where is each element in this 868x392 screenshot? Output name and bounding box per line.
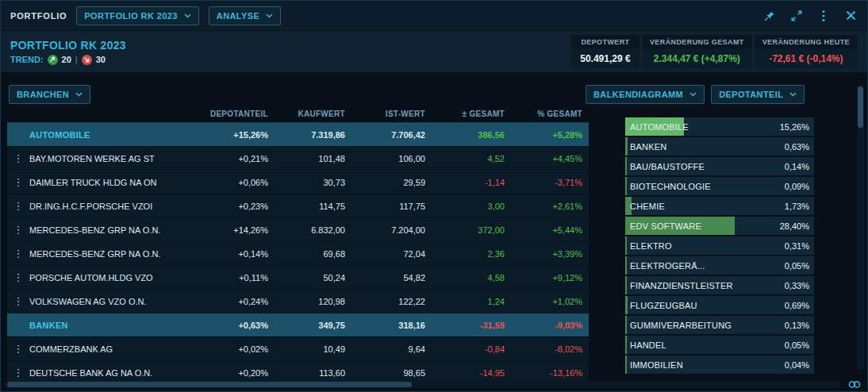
table-row[interactable]: ⋮ COMMERZBANK AG +0,02% 10,49 9,64 -0,84… — [7, 337, 589, 361]
chart-bar-row[interactable]: BANKEN 0,63% — [625, 137, 814, 156]
vertical-scrollbar-thumb[interactable] — [858, 86, 863, 128]
chart-bar-value: 0,04% — [785, 355, 809, 374]
close-icon[interactable] — [843, 9, 858, 23]
chart-bar-row[interactable]: ELEKTROGERÄ... 0,05% — [625, 256, 814, 275]
depotanteil-value: +0,24% — [198, 297, 275, 306]
portfolio-select[interactable]: PORTFOLIO RK 2023 — [76, 6, 198, 25]
chart-bar-value: 0,33% — [785, 276, 809, 294]
kaufwert-value: 114,75 — [275, 202, 351, 211]
table-row[interactable]: ⋮ DR.ING.H.C.F.PORSCHE VZOI +0,23% 114,7… — [7, 194, 589, 218]
depotanteil-value: +0,20% — [198, 368, 275, 378]
pin-icon[interactable] — [762, 9, 777, 23]
chart-metric-value: DEPOTANTEIL — [719, 90, 783, 99]
chart-bar-row[interactable]: BIOTECHNOLOGIE 0,09% — [625, 177, 814, 195]
window-controls — [762, 9, 858, 23]
row-menu-icon[interactable]: ⋮ — [7, 343, 29, 355]
row-menu-icon[interactable]: ⋮ — [7, 200, 29, 212]
row-menu-icon[interactable]: ⋮ — [7, 295, 29, 307]
chart-bar-label: AUTOMOBILE — [630, 117, 689, 136]
chevron-down-icon — [789, 92, 797, 97]
chart-bar-row[interactable]: EDV SOFTWARE 28,40% — [625, 217, 814, 235]
portfolio-header: PORTFOLIO RK 2023 TREND: 20 | 30 DEPOTWE… — [1, 31, 867, 72]
pct-gesamt-value: +4,45% — [511, 154, 589, 163]
ist-wert-value: 98,65 — [351, 368, 432, 378]
chart-bar-label: ELEKTRO — [630, 236, 672, 255]
bar — [625, 296, 628, 314]
depotanteil-value: +0,11% — [198, 273, 275, 282]
chart-type-value: BALKENDIAGRAMM — [593, 90, 683, 99]
chart-bar-row[interactable]: CHEMIE 1,73% — [625, 197, 814, 215]
chart-bar-label: BAU/BAUSTOFFE — [630, 157, 705, 175]
chevron-down-icon — [689, 92, 697, 97]
col-depotanteil[interactable]: DEPOTANTEIL — [198, 110, 275, 118]
chart-bar-row[interactable]: AUTOMOBILE 15,26% — [625, 117, 814, 136]
col-pct-gesamt[interactable]: % GESAMT — [511, 110, 589, 118]
chart-bar-value: 0,69% — [785, 296, 809, 314]
bar — [625, 157, 627, 175]
trend-up-count: 20 — [62, 55, 71, 64]
chart-bar-row[interactable]: FINANZDIENSTLEISTER 0,33% — [625, 276, 814, 294]
stat-label: DEPOTWERT — [571, 35, 639, 49]
table-row[interactable]: ⋮ PORSCHE AUTOM.HLDG VZO +0,11% 50,24 54… — [7, 266, 589, 290]
chevron-down-icon — [184, 13, 191, 18]
chart-bar-row[interactable]: FLUGZEUGBAU 0,69% — [625, 296, 814, 314]
pct-gesamt-value: -3,71% — [511, 178, 589, 187]
table-row[interactable]: ⋮ VOLKSWAGEN AG VZO O.N. +0,24% 120,98 1… — [7, 290, 589, 313]
row-menu-icon[interactable]: ⋮ — [7, 224, 29, 236]
chart-bar-row[interactable]: IMMOBILIEN 0,04% — [625, 355, 814, 374]
chart-bar-row[interactable]: BAU/BAUSTOFFE 0,14% — [625, 157, 814, 175]
chart-type-select[interactable]: BALKENDIAGRAMM — [586, 85, 705, 104]
table-body: AUTOMOBILE +15,26% 7.319,86 7.706,42 386… — [7, 123, 589, 385]
pct-gesamt-value: +5,28% — [511, 130, 589, 140]
position-name: DR.ING.H.C.F.PORSCHE VZOI — [29, 202, 198, 211]
gesamt-value: 4,58 — [432, 273, 511, 282]
analyse-select[interactable]: ANALYSE — [209, 6, 281, 25]
chart-metric-select[interactable]: DEPOTANTEIL — [711, 85, 805, 104]
chevron-down-icon — [75, 92, 83, 97]
chart-bar-value: 0,31% — [785, 236, 809, 255]
gesamt-value: 372,00 — [432, 225, 511, 235]
link-icon[interactable] — [848, 379, 861, 390]
table-row[interactable]: ⋮ BAY.MOTOREN WERKE AG ST +0,21% 101,48 … — [7, 147, 589, 171]
gesamt-value: 1,24 — [432, 297, 511, 306]
main-content: BRANCHEN DEPOTANTEIL KAUFWERT IST-WERT ±… — [1, 72, 867, 391]
row-menu-icon[interactable]: ⋮ — [7, 271, 29, 283]
gesamt-value: 3,00 — [432, 202, 511, 211]
branchen-select[interactable]: BRANCHEN — [9, 85, 90, 104]
sector-group-row[interactable]: BANKEN +0,63% 349,75 318,16 -31,59 -9,03… — [7, 313, 589, 337]
stat-depotwert: DEPOTWERT 50.491,29 € — [571, 35, 639, 69]
chart-bar-value: 0,05% — [785, 336, 809, 354]
chart-bar-value: 0,09% — [785, 177, 809, 195]
horizontal-scrollbar[interactable] — [6, 381, 840, 388]
row-menu-icon[interactable]: ⋮ — [7, 152, 29, 164]
kebab-menu-icon[interactable] — [816, 9, 831, 23]
sector-group-row[interactable]: AUTOMOBILE +15,26% 7.319,86 7.706,42 386… — [7, 123, 589, 147]
app-title: PORTFOLIO — [10, 11, 67, 21]
col-ist-wert[interactable]: IST-WERT — [351, 110, 432, 118]
row-menu-icon[interactable]: ⋮ — [7, 248, 29, 259]
stat-label: VERÄNDERUNG GESAMT — [642, 35, 752, 49]
position-name: DEUTSCHE BANK AG NA O.N. — [29, 368, 198, 378]
kaufwert-value: 6.832,00 — [275, 225, 351, 235]
position-name: COMMERZBANK AG — [29, 344, 198, 354]
chart-bar-row[interactable]: GUMMIVERARBEITUNG 0,13% — [625, 316, 814, 334]
kaufwert-value: 113,60 — [275, 368, 351, 378]
table-row[interactable]: ⋮ DAIMLER TRUCK HLDG NA ON +0,06% 30,73 … — [7, 171, 589, 194]
chart-bar-value: 28,40% — [780, 217, 809, 235]
row-menu-icon[interactable]: ⋮ — [7, 367, 29, 379]
chart-bar-label: FINANZDIENSTLEISTER — [630, 276, 733, 294]
horizontal-scrollbar-thumb[interactable] — [7, 382, 412, 387]
vertical-scrollbar[interactable] — [857, 85, 864, 369]
expand-icon[interactable] — [789, 9, 804, 23]
depotanteil-value: +0,14% — [198, 249, 275, 259]
chart-bar-row[interactable]: HANDEL 0,05% — [625, 336, 814, 354]
position-name: BAY.MOTOREN WERKE AG ST — [29, 154, 198, 163]
chart-bar-row[interactable]: ELEKTRO 0,31% — [625, 236, 814, 255]
row-menu-icon[interactable]: ⋮ — [7, 176, 29, 188]
table-row[interactable]: ⋮ MERCEDES-BENZ GRP NA O.N. +14,26% 6.83… — [7, 218, 589, 242]
table-row[interactable]: ⋮ MERCEDES-BENZ GRP NA O.N. +0,14% 69,68… — [7, 242, 589, 266]
col-gesamt[interactable]: ± GESAMT — [432, 110, 511, 118]
col-kaufwert[interactable]: KAUFWERT — [275, 110, 351, 118]
chart-bar-label: EDV SOFTWARE — [630, 217, 701, 235]
pct-gesamt-value: -13,16% — [511, 368, 589, 378]
